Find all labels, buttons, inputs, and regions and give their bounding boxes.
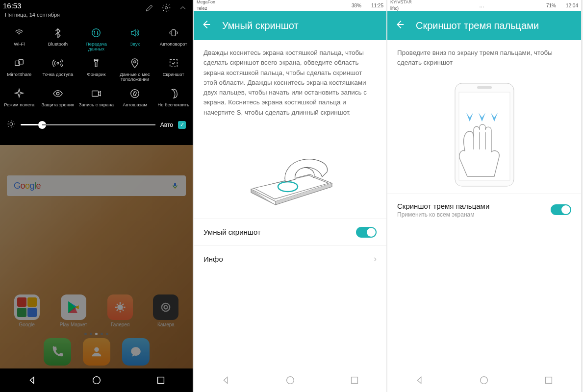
location-icon — [128, 57, 141, 70]
svg-point-0 — [165, 7, 168, 9]
toggle-sublabel: Применить ко всем экранам — [397, 211, 489, 218]
brightness-slider[interactable] — [21, 124, 155, 125]
tile-label: Режим полета — [4, 102, 34, 107]
tile-label: Фонарик — [87, 72, 106, 77]
toggle-switch[interactable] — [551, 204, 571, 215]
phone-three-finger: KYIVSTAR life:) … 71% 12:04 Скриншот тре… — [387, 0, 582, 392]
qs-tile-bluetooth[interactable]: Bluetooth — [39, 24, 77, 54]
dnd-icon — [167, 87, 180, 100]
svg-point-17 — [94, 347, 99, 352]
contacts-app-icon[interactable] — [83, 338, 110, 366]
qs-tile-shazam[interactable]: Автошазам — [116, 85, 154, 115]
qs-tile-flashlight[interactable]: Фонарик — [77, 55, 116, 84]
toggle-switch[interactable] — [356, 227, 377, 238]
svg-rect-32 — [473, 3, 477, 7]
nav-back-icon[interactable] — [221, 375, 231, 386]
data-icon — [90, 26, 102, 39]
svg-rect-19 — [157, 377, 164, 384]
qs-tile-wifi[interactable]: Wi-Fi — [0, 24, 39, 54]
google-search-bar[interactable]: Google — [7, 175, 186, 196]
clock: 12:04 — [566, 3, 578, 8]
qs-tile-mirrorshare[interactable]: MirrorShare — [0, 55, 39, 84]
phone-quicksettings: 16:53 Пятница, 14 сентября Wi-FiBluetoot… — [0, 0, 194, 392]
brightness-row: Авто ✓ — [0, 116, 193, 135]
page-title: Умный скриншот — [222, 20, 299, 31]
bluetooth-icon — [51, 26, 64, 39]
nav-back-icon[interactable] — [414, 375, 425, 386]
nav-recent-icon[interactable] — [543, 375, 554, 386]
edit-icon[interactable] — [145, 3, 154, 15]
smart-screenshot-toggle-row[interactable]: Умный скриншот — [194, 219, 386, 245]
qs-tile-screenrec[interactable]: Запись с экрана — [77, 85, 116, 115]
phone-smart-screenshot: MegaFon Tele2 38% 11:25 Умный скриншот Д… — [194, 0, 387, 392]
nav-recent-icon[interactable] — [155, 375, 166, 386]
app-row: GooglePlay МаркетГалереяКамера — [0, 294, 193, 327]
dock — [0, 338, 193, 366]
svg-point-16 — [164, 306, 168, 309]
svg-point-44 — [481, 377, 488, 384]
screenshot-icon — [167, 57, 180, 70]
qs-tile-dnd[interactable]: Не беспокоить — [154, 85, 193, 115]
brightness-icon — [7, 120, 16, 130]
auto-brightness-checkbox[interactable]: ✓ — [178, 121, 186, 129]
qs-tile-data[interactable]: Передача данных — [77, 24, 116, 54]
qs-tile-eye[interactable]: Защита зрения — [39, 85, 77, 115]
alarm-icon — [344, 2, 350, 8]
toggle-label: Скриншот тремя пальцами — [397, 202, 489, 210]
nav-home-icon[interactable] — [285, 375, 296, 386]
svg-rect-23 — [363, 4, 365, 7]
gear-icon[interactable] — [161, 3, 171, 15]
three-finger-illustration — [387, 76, 581, 194]
back-button[interactable] — [201, 19, 211, 32]
nav-recent-icon[interactable] — [349, 375, 360, 386]
tile-label: Звук — [130, 42, 139, 47]
facebook-icon — [472, 2, 478, 8]
qs-tile-airplane[interactable]: Режим полета — [0, 85, 39, 115]
svg-rect-12 — [174, 183, 176, 186]
app-камера[interactable]: Камера — [153, 294, 178, 327]
shazam-icon — [128, 87, 141, 100]
nav-bar — [387, 368, 581, 392]
svg-point-30 — [457, 3, 462, 8]
nav-home-icon[interactable] — [91, 375, 102, 386]
knuckle-illustration — [194, 125, 386, 219]
nav-home-icon[interactable] — [479, 375, 489, 386]
auto-brightness-label: Авто — [160, 122, 173, 128]
svg-point-27 — [443, 3, 446, 6]
signal-icon — [538, 2, 544, 8]
qs-tile-hotspot[interactable]: Точка доступа — [39, 55, 77, 84]
carrier2: life:) — [390, 6, 399, 11]
qs-tile-sound[interactable]: Звук — [116, 24, 154, 54]
mic-icon[interactable] — [171, 181, 179, 191]
app-google[interactable]: Google — [14, 294, 40, 327]
svg-line-28 — [446, 6, 447, 8]
tile-label: Запись с экрана — [79, 102, 114, 107]
qs-header-actions — [140, 3, 193, 15]
battery-icon — [558, 2, 564, 8]
screenrec-icon — [90, 87, 102, 100]
messages-app-icon[interactable] — [122, 338, 150, 366]
carrier2: Tele2 — [197, 6, 207, 11]
app-play-маркет[interactable]: Play Маркет — [60, 294, 87, 327]
info-row[interactable]: Инфо › — [194, 245, 386, 272]
chevron-right-icon: › — [374, 254, 377, 264]
three-finger-toggle-row[interactable]: Скриншот тремя пальцами Применить ко все… — [387, 194, 581, 226]
eye-icon — [51, 87, 64, 100]
qs-tile-location[interactable]: Данные о мес тоположении — [116, 55, 154, 84]
collapse-icon[interactable] — [178, 3, 188, 15]
nav-back-icon[interactable] — [27, 375, 38, 386]
app-галерея[interactable]: Галерея — [107, 294, 133, 327]
qs-tile-screenshot[interactable]: Скриншот — [154, 55, 193, 84]
google-logo: Google — [14, 181, 41, 191]
tile-label: Передача данных — [78, 42, 115, 52]
globe-icon — [450, 2, 456, 8]
phone-app-icon[interactable] — [44, 338, 71, 366]
nfc-icon — [515, 2, 521, 8]
svg-point-1 — [92, 29, 101, 37]
back-button[interactable] — [394, 19, 405, 32]
wifi-icon — [284, 2, 290, 8]
page-indicator — [0, 333, 193, 335]
page-title: Скриншот тремя пальцами — [416, 20, 539, 31]
qs-tile-autorotate[interactable]: Автоповорот — [154, 24, 193, 54]
autorotate-icon — [167, 26, 180, 39]
